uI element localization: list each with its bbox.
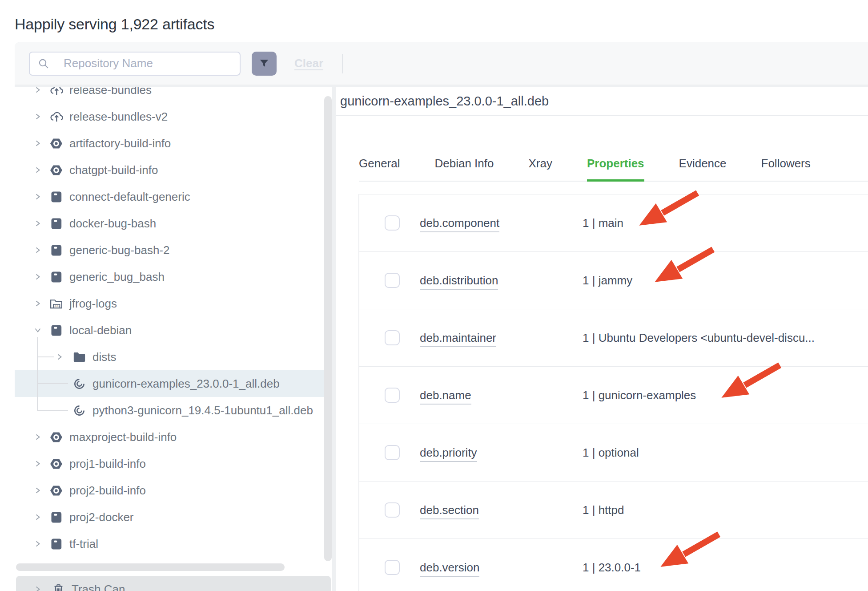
annotation-arrow-icon <box>717 361 784 402</box>
chevron-right-icon[interactable] <box>34 513 42 521</box>
tree-item-local-debian[interactable]: local-debian <box>15 317 332 344</box>
tree-item-dists[interactable]: dists <box>15 344 332 370</box>
tree-item-label: maxproject-build-info <box>69 430 177 444</box>
clear-filter-link[interactable]: Clear <box>294 57 323 70</box>
property-name-link[interactable]: deb.maintainer <box>420 331 496 347</box>
page-title: Happily serving 1,922 artifacts <box>15 13 214 35</box>
property-value: 1 | Ubuntu Developers <ubuntu-devel-disc… <box>583 331 815 345</box>
chevron-right-icon[interactable] <box>34 246 42 254</box>
workspace: Clear release-bundlesrelease-bundles-v2a… <box>15 42 868 591</box>
chevron-right-icon[interactable] <box>56 353 64 361</box>
trash-can-item[interactable]: Trash Can <box>16 576 331 591</box>
tab-properties[interactable]: Properties <box>587 157 644 182</box>
tree-item-label: connect-default-generic <box>69 190 190 204</box>
chevron-right-icon[interactable] <box>34 486 42 494</box>
tree-item-release-bundles-v2[interactable]: release-bundles-v2 <box>15 103 332 130</box>
tree-item-chatgpt-build-info[interactable]: chatgpt-build-info <box>15 157 332 183</box>
chevron-right-icon[interactable] <box>34 585 42 591</box>
tree-connector-line <box>37 383 68 384</box>
trash-can-label: Trash Can <box>72 583 125 591</box>
property-name-cell: deb.priority <box>420 446 583 460</box>
tree-item-generic-bug-bash-2[interactable]: generic-bug-bash-2 <box>15 237 332 263</box>
folder-icon <box>72 350 87 364</box>
property-name-link[interactable]: deb.name <box>420 389 471 405</box>
tree-connector-line <box>37 410 68 411</box>
chevron-right-icon[interactable] <box>34 193 42 201</box>
property-name-link[interactable]: deb.section <box>420 503 479 519</box>
generic-repo-icon <box>49 537 64 551</box>
tree-item-connect-default-generic[interactable]: connect-default-generic <box>15 183 332 210</box>
property-row-deb-version: deb.version1 | 23.0.0-1 <box>359 539 868 591</box>
property-name-link[interactable]: deb.distribution <box>420 274 498 290</box>
property-row-deb-distribution: deb.distribution1 | jammy <box>359 252 868 309</box>
tree-item-label: artifactory-build-info <box>69 137 171 150</box>
tab-xray[interactable]: Xray <box>528 157 552 182</box>
tree-item-docker-bug-bash[interactable]: docker-bug-bash <box>15 210 332 237</box>
property-row-deb-component: deb.component1 | main <box>359 194 868 252</box>
tree-item-proj2-build-info[interactable]: proj2-build-info <box>15 477 332 504</box>
search-icon <box>38 58 49 69</box>
tree-item-artifactory-build-info[interactable]: artifactory-build-info <box>15 130 332 157</box>
tree-item-label: chatgpt-build-info <box>69 163 158 177</box>
property-checkbox[interactable] <box>385 388 400 403</box>
tab-debian-info[interactable]: Debian Info <box>435 157 494 182</box>
toolbar-divider <box>342 54 343 73</box>
property-checkbox[interactable] <box>385 445 400 460</box>
tab-evidence[interactable]: Evidence <box>679 157 727 182</box>
tree-item-generic-bug-bash[interactable]: generic_bug_bash <box>15 263 332 290</box>
property-checkbox[interactable] <box>385 560 400 575</box>
tab-general[interactable]: General <box>359 157 400 182</box>
chevron-right-icon[interactable] <box>34 139 42 147</box>
chevron-right-icon[interactable] <box>34 300 42 308</box>
vertical-scrollbar[interactable] <box>324 96 332 561</box>
release-bundle-icon <box>49 109 64 124</box>
tree-item-tf-trial[interactable]: tf-trial <box>15 530 332 557</box>
property-value: 1 | main <box>583 216 623 230</box>
property-checkbox[interactable] <box>385 273 400 288</box>
tree-connector-line <box>37 356 54 357</box>
property-value: 1 | 23.0.0-1 <box>583 561 641 575</box>
property-name-link[interactable]: deb.priority <box>420 446 477 462</box>
property-checkbox[interactable] <box>385 215 400 231</box>
property-row-deb-section: deb.section1 | httpd <box>359 482 868 539</box>
debian-package-icon <box>72 403 87 418</box>
chevron-right-icon[interactable] <box>34 433 42 441</box>
chevron-right-icon[interactable] <box>34 273 42 281</box>
properties-table: deb.component1 | maindeb.distribution1 |… <box>358 194 868 591</box>
chevron-down-icon[interactable] <box>34 326 42 334</box>
search-input[interactable] <box>29 52 241 76</box>
tree-item-label: proj1-build-info <box>69 457 146 471</box>
property-name-link[interactable]: deb.component <box>420 216 499 232</box>
property-name-cell: deb.maintainer <box>420 331 583 345</box>
property-name-cell: deb.distribution <box>420 274 583 287</box>
property-name-link[interactable]: deb.version <box>420 561 479 577</box>
property-name-cell: deb.name <box>420 389 583 402</box>
generic-repo-icon <box>49 216 64 231</box>
filter-button[interactable] <box>252 52 277 76</box>
chevron-right-icon[interactable] <box>34 460 42 468</box>
property-checkbox[interactable] <box>385 330 400 345</box>
artifact-detail-panel: gunicorn-examples_23.0.0-1_all.deb Gener… <box>336 87 868 591</box>
tab-followers[interactable]: Followers <box>761 157 811 182</box>
chevron-right-icon[interactable] <box>34 113 42 121</box>
tree-item-jfrog-logs[interactable]: LOGjfrog-logs <box>15 290 332 317</box>
annotation-arrow-icon <box>635 189 702 230</box>
tree-item-label: generic-bug-bash-2 <box>69 243 169 257</box>
property-checkbox[interactable] <box>385 502 400 518</box>
tree-item-label: release-bundles-v2 <box>69 110 168 124</box>
tree-item-label: proj2-build-info <box>69 484 146 498</box>
chevron-right-icon[interactable] <box>34 219 42 227</box>
tree-item-proj1-build-info[interactable]: proj1-build-info <box>15 450 332 477</box>
tree-item-label: generic_bug_bash <box>69 270 165 284</box>
generic-repo-icon <box>49 270 64 284</box>
tree-item-maxproject-build-info[interactable]: maxproject-build-info <box>15 424 332 450</box>
trash-icon <box>51 582 66 591</box>
tree-item-proj2-docker[interactable]: proj2-docker <box>15 504 332 530</box>
tree-item-release-bundles[interactable]: release-bundles <box>15 87 332 103</box>
chevron-right-icon[interactable] <box>34 166 42 174</box>
filter-funnel-icon <box>258 58 270 69</box>
chevron-right-icon[interactable] <box>34 540 42 548</box>
horizontal-scrollbar[interactable] <box>16 563 285 571</box>
chevron-right-icon[interactable] <box>34 87 42 94</box>
tree-item-label: gunicorn-examples_23.0.0-1_all.deb <box>92 377 280 391</box>
